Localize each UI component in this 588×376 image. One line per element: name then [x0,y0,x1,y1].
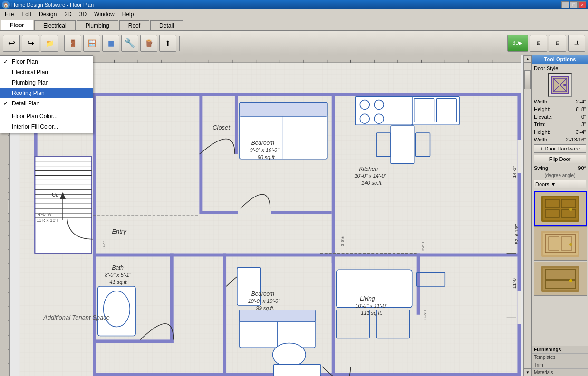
title-bar-buttons: _ □ × [561,1,586,8]
doors-dropdown[interactable]: Doors ▼ [534,180,586,188]
svg-text:3'-6"±: 3'-6"± [421,241,425,251]
menu-electrical-plan[interactable]: Electrical Plan [0,67,93,77]
door-hardware-button[interactable]: + Door Hardware [534,144,586,153]
door-thumb-3[interactable] [534,262,587,296]
tab-roof[interactable]: Roof [119,20,149,30]
menu-3d[interactable]: 3D [76,10,90,19]
svg-text:Kitchen: Kitchen [359,166,378,172]
svg-rect-112 [517,291,521,324]
svg-point-174 [569,279,572,282]
svg-text:Entry: Entry [112,228,127,235]
tab-floor[interactable]: Floor [1,20,33,30]
tab-bar: Floor Electrical Plumbing Roof Detail Fl… [0,19,588,31]
toolbar-btn-view1[interactable]: ⊞ [530,35,547,52]
svg-rect-60 [93,339,174,343]
svg-point-163 [569,208,572,211]
door-thumb-2[interactable] [534,226,587,261]
scroll-down-button[interactable]: ▼ [524,368,531,376]
menu-separator [2,110,91,110]
menu-2d[interactable]: 2D [60,10,75,19]
svg-point-169 [569,243,572,246]
toolbar-btn-5[interactable]: 🪟 [83,35,100,52]
title-text: Home Design Software - Floor Plan [11,2,94,8]
menu-design[interactable]: Design [35,10,60,19]
toolbar-btn-view2[interactable]: ⊟ [549,35,566,52]
tool-options-content: Door Style: Width: 2'-4" Height: [532,64,588,346]
toolbar-btn-view3[interactable]: 🏞 [568,35,585,52]
flip-door-button[interactable]: Flip Door [534,155,586,163]
toolbar-btn-8[interactable]: 🪵 [140,35,157,52]
tab-detail[interactable]: Detail [150,20,183,30]
svg-text:8'-0" x 5'-1": 8'-0" x 5'-1" [105,272,132,278]
width-row: Width: 2'-4" [534,99,586,104]
toolbar-btn-4[interactable]: 🚪 [64,35,81,52]
menu-floor-plan[interactable]: Floor Plan [0,56,93,67]
maximize-button[interactable]: □ [570,1,578,8]
menu-window[interactable]: Window [90,10,118,19]
svg-text:14'-2": 14'-2" [511,166,517,178]
svg-rect-50 [93,93,521,96]
scroll-up-button[interactable]: ▲ [524,55,531,63]
toolbar-btn-3d[interactable]: 3D▶ [507,35,528,52]
app-icon: 🏠 [2,1,10,9]
svg-text:Up: Up [52,192,58,197]
bottom-categories: Furnishings Templates Trim Materials [532,346,588,376]
cat-furnishings[interactable]: Furnishings [532,346,588,354]
door-style-preview[interactable] [548,73,572,97]
toolbar-btn-2[interactable]: ↪ [22,35,39,52]
svg-text:Bath: Bath [112,264,124,271]
svg-rect-25 [20,55,521,63]
svg-text:Additional Tenant Space: Additional Tenant Space [43,314,109,321]
cat-trim[interactable]: Trim [532,361,588,369]
toolbar-btn-1[interactable]: ↩ [3,35,20,52]
toolbar-sep-1 [61,36,61,51]
tab-plumbing[interactable]: Plumbing [77,20,118,30]
width-value: 2'-4" [576,99,586,104]
menu-bar: File Edit Design 2D 3D Window Help [0,9,588,19]
elevate-row: Elevate: 0" [534,114,586,120]
cat-materials[interactable]: Materials [532,369,588,376]
menu-plumbing-plan[interactable]: Plumbing Plan [0,77,93,88]
menu-edit[interactable]: Edit [18,10,35,19]
svg-text:Bedroom: Bedroom [251,291,274,297]
menu-roofing-plan[interactable]: Roofing Plan [0,88,93,98]
door-thumb-1[interactable] [534,191,587,226]
swing-value: 90° [578,165,586,171]
svg-rect-54 [332,93,335,263]
width2-row: Width: 2'-13/16" [534,137,586,142]
scrollbar-vertical[interactable]: ▲ ▼ [523,55,531,376]
svg-text:140 sq.ft.: 140 sq.ft. [361,180,383,186]
swing-row: Swing: 90° [534,165,586,171]
menu-detail-plan[interactable]: Detail Plan [0,98,93,109]
toolbar-btn-7[interactable]: 🔧 [121,35,138,52]
svg-point-156 [563,84,566,86]
svg-rect-106 [240,310,315,322]
trim-label: Trim: [534,122,546,127]
menu-interior-fill-color[interactable]: Interior Fill Color... [0,122,93,132]
menu-help[interactable]: Help [118,10,138,19]
toolbar-btn-6[interactable]: ▦ [102,35,119,52]
toolbar-btn-3[interactable]: 📁 [41,35,58,52]
width-label: Width: [534,99,549,104]
menu-file[interactable]: File [1,10,18,19]
menu-floor-plan-color[interactable]: Floor Plan Color... [0,111,93,122]
trim-value: 3" [581,122,586,127]
svg-text:3'-6"±: 3'-6"± [423,310,427,320]
svg-text:10'-2" x 11'-0": 10'-2" x 11'-0" [355,303,387,309]
tool-options-header: Tool Options [532,55,588,64]
tab-electrical[interactable]: Electrical [34,20,76,30]
svg-text:4'-0"W: 4'-0"W [38,211,52,216]
height-row: Height: 6'-8" [534,106,586,112]
svg-text:111 sq.ft.: 111 sq.ft. [361,310,382,316]
swing-sub: (degree angle) [534,173,586,178]
elevate-value: 0" [581,114,586,120]
cat-templates[interactable]: Templates [532,354,588,361]
minimize-button[interactable]: _ [561,1,569,8]
svg-text:10'-0" x 10'-0": 10'-0" x 10'-0" [248,298,280,304]
svg-rect-68 [35,157,91,254]
toolbar-btn-9[interactable]: ⬆ [159,35,176,52]
svg-text:9'-0" x 10'-0": 9'-0" x 10'-0" [250,147,280,153]
svg-text:Living: Living [360,295,375,302]
scrollbar-thumb[interactable] [524,70,531,89]
close-button[interactable]: × [578,1,586,8]
